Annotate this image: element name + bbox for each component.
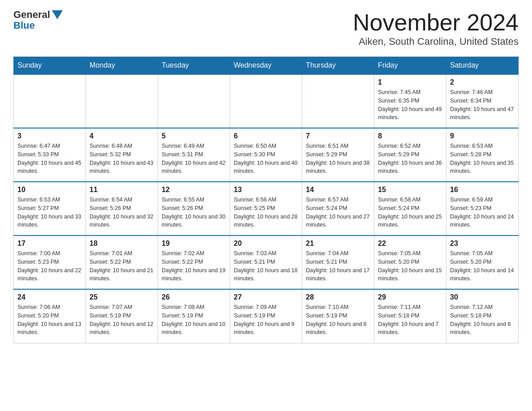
day-info: Sunrise: 7:03 AMSunset: 5:21 PMDaylight:… xyxy=(234,249,298,283)
day-info: Sunrise: 7:06 AMSunset: 5:20 PMDaylight:… xyxy=(17,303,82,337)
calendar-cell: 18Sunrise: 7:01 AMSunset: 5:22 PMDayligh… xyxy=(86,235,158,289)
day-info: Sunrise: 6:57 AMSunset: 5:24 PMDaylight:… xyxy=(306,196,370,229)
day-number: 12 xyxy=(162,186,226,194)
calendar-cell: 19Sunrise: 7:02 AMSunset: 5:22 PMDayligh… xyxy=(158,235,230,289)
calendar-cell xyxy=(86,74,158,128)
day-number: 5 xyxy=(162,132,226,140)
calendar-cell: 15Sunrise: 6:58 AMSunset: 5:24 PMDayligh… xyxy=(374,182,446,235)
day-info: Sunrise: 7:02 AMSunset: 5:22 PMDaylight:… xyxy=(162,249,226,283)
day-number: 2 xyxy=(450,78,515,86)
day-number: 30 xyxy=(450,293,515,301)
day-info: Sunrise: 7:12 AMSunset: 5:18 PMDaylight:… xyxy=(450,303,515,337)
day-number: 28 xyxy=(306,293,370,301)
day-number: 17 xyxy=(17,240,82,248)
calendar-cell: 17Sunrise: 7:00 AMSunset: 5:23 PMDayligh… xyxy=(14,235,86,289)
calendar-cell: 12Sunrise: 6:55 AMSunset: 5:26 PMDayligh… xyxy=(158,182,230,235)
calendar-cell: 26Sunrise: 7:08 AMSunset: 5:19 PMDayligh… xyxy=(158,289,230,343)
day-info: Sunrise: 7:07 AMSunset: 5:19 PMDaylight:… xyxy=(90,303,154,337)
day-info: Sunrise: 7:46 AMSunset: 6:34 PMDaylight:… xyxy=(450,88,515,122)
day-info: Sunrise: 7:09 AMSunset: 5:19 PMDaylight:… xyxy=(234,303,298,337)
calendar-cell xyxy=(302,74,374,128)
page-header: General Blue November 2024 Aiken, South … xyxy=(13,9,519,47)
calendar-cell: 6Sunrise: 6:50 AMSunset: 5:30 PMDaylight… xyxy=(230,128,302,182)
day-info: Sunrise: 7:01 AMSunset: 5:22 PMDaylight:… xyxy=(90,249,154,283)
day-of-week-header: Friday xyxy=(374,57,446,75)
day-info: Sunrise: 6:59 AMSunset: 5:23 PMDaylight:… xyxy=(450,196,515,229)
calendar-cell: 3Sunrise: 6:47 AMSunset: 5:33 PMDaylight… xyxy=(14,128,86,182)
calendar-cell xyxy=(230,74,302,128)
day-info: Sunrise: 6:47 AMSunset: 5:33 PMDaylight:… xyxy=(17,142,82,176)
day-number: 10 xyxy=(17,186,82,194)
calendar-cell xyxy=(158,74,230,128)
calendar-cell: 10Sunrise: 6:53 AMSunset: 5:27 PMDayligh… xyxy=(14,182,86,235)
day-of-week-header: Wednesday xyxy=(230,57,302,75)
logo-triangle-icon xyxy=(52,10,63,19)
day-number: 3 xyxy=(17,132,82,140)
day-info: Sunrise: 7:05 AMSunset: 5:20 PMDaylight:… xyxy=(450,249,515,283)
calendar-cell: 22Sunrise: 7:05 AMSunset: 5:20 PMDayligh… xyxy=(374,235,446,289)
calendar-cell: 14Sunrise: 6:57 AMSunset: 5:24 PMDayligh… xyxy=(302,182,374,235)
calendar-cell xyxy=(14,74,86,128)
day-number: 1 xyxy=(378,78,442,86)
calendar-title: November 2024 xyxy=(353,9,519,36)
day-number: 9 xyxy=(450,132,515,140)
calendar-cell: 16Sunrise: 6:59 AMSunset: 5:23 PMDayligh… xyxy=(446,182,519,235)
day-of-week-header: Saturday xyxy=(446,57,519,75)
day-number: 13 xyxy=(234,186,298,194)
day-of-week-header: Tuesday xyxy=(158,57,230,75)
calendar-cell: 23Sunrise: 7:05 AMSunset: 5:20 PMDayligh… xyxy=(446,235,519,289)
calendar-cell: 11Sunrise: 6:54 AMSunset: 5:26 PMDayligh… xyxy=(86,182,158,235)
logo-blue-text: Blue xyxy=(13,20,35,31)
day-info: Sunrise: 6:53 AMSunset: 5:28 PMDaylight:… xyxy=(450,142,515,176)
day-info: Sunrise: 6:52 AMSunset: 5:29 PMDaylight:… xyxy=(378,142,442,176)
calendar-header-row: SundayMondayTuesdayWednesdayThursdayFrid… xyxy=(14,57,519,75)
calendar-subtitle: Aiken, South Carolina, United States xyxy=(353,36,519,47)
calendar-cell: 8Sunrise: 6:52 AMSunset: 5:29 PMDaylight… xyxy=(374,128,446,182)
calendar-week-row: 3Sunrise: 6:47 AMSunset: 5:33 PMDaylight… xyxy=(14,128,519,182)
day-of-week-header: Monday xyxy=(86,57,158,75)
day-number: 16 xyxy=(450,186,515,194)
day-number: 20 xyxy=(234,240,298,248)
day-number: 7 xyxy=(306,132,370,140)
day-info: Sunrise: 7:05 AMSunset: 5:20 PMDaylight:… xyxy=(378,249,442,283)
calendar-cell: 13Sunrise: 6:56 AMSunset: 5:25 PMDayligh… xyxy=(230,182,302,235)
day-info: Sunrise: 6:56 AMSunset: 5:25 PMDaylight:… xyxy=(234,196,298,229)
day-info: Sunrise: 7:10 AMSunset: 5:19 PMDaylight:… xyxy=(306,303,370,337)
calendar-cell: 27Sunrise: 7:09 AMSunset: 5:19 PMDayligh… xyxy=(230,289,302,343)
calendar-cell: 25Sunrise: 7:07 AMSunset: 5:19 PMDayligh… xyxy=(86,289,158,343)
logo-general-text: General xyxy=(13,9,50,21)
day-number: 29 xyxy=(378,293,442,301)
day-info: Sunrise: 6:51 AMSunset: 5:29 PMDaylight:… xyxy=(306,142,370,176)
day-info: Sunrise: 6:58 AMSunset: 5:24 PMDaylight:… xyxy=(378,196,442,229)
calendar-cell: 7Sunrise: 6:51 AMSunset: 5:29 PMDaylight… xyxy=(302,128,374,182)
day-number: 25 xyxy=(90,293,154,301)
day-number: 14 xyxy=(306,186,370,194)
day-number: 6 xyxy=(234,132,298,140)
calendar-table: SundayMondayTuesdayWednesdayThursdayFrid… xyxy=(13,56,519,343)
calendar-cell: 28Sunrise: 7:10 AMSunset: 5:19 PMDayligh… xyxy=(302,289,374,343)
day-info: Sunrise: 6:55 AMSunset: 5:26 PMDaylight:… xyxy=(162,196,226,229)
day-info: Sunrise: 7:11 AMSunset: 5:18 PMDaylight:… xyxy=(378,303,442,337)
calendar-week-row: 24Sunrise: 7:06 AMSunset: 5:20 PMDayligh… xyxy=(14,289,519,343)
logo: General Blue xyxy=(13,9,63,31)
day-info: Sunrise: 6:50 AMSunset: 5:30 PMDaylight:… xyxy=(234,142,298,176)
calendar-cell: 30Sunrise: 7:12 AMSunset: 5:18 PMDayligh… xyxy=(446,289,519,343)
day-info: Sunrise: 6:53 AMSunset: 5:27 PMDaylight:… xyxy=(17,196,82,229)
day-number: 19 xyxy=(162,240,226,248)
day-number: 27 xyxy=(234,293,298,301)
calendar-week-row: 10Sunrise: 6:53 AMSunset: 5:27 PMDayligh… xyxy=(14,182,519,235)
calendar-cell: 20Sunrise: 7:03 AMSunset: 5:21 PMDayligh… xyxy=(230,235,302,289)
day-info: Sunrise: 7:00 AMSunset: 5:23 PMDaylight:… xyxy=(17,249,82,283)
day-number: 15 xyxy=(378,186,442,194)
day-number: 11 xyxy=(90,186,154,194)
calendar-cell: 21Sunrise: 7:04 AMSunset: 5:21 PMDayligh… xyxy=(302,235,374,289)
day-number: 23 xyxy=(450,240,515,248)
day-number: 22 xyxy=(378,240,442,248)
day-number: 21 xyxy=(306,240,370,248)
calendar-week-row: 17Sunrise: 7:00 AMSunset: 5:23 PMDayligh… xyxy=(14,235,519,289)
calendar-cell: 2Sunrise: 7:46 AMSunset: 6:34 PMDaylight… xyxy=(446,74,519,128)
day-number: 26 xyxy=(162,293,226,301)
day-info: Sunrise: 6:54 AMSunset: 5:26 PMDaylight:… xyxy=(90,196,154,229)
calendar-cell: 24Sunrise: 7:06 AMSunset: 5:20 PMDayligh… xyxy=(14,289,86,343)
day-number: 24 xyxy=(17,293,82,301)
